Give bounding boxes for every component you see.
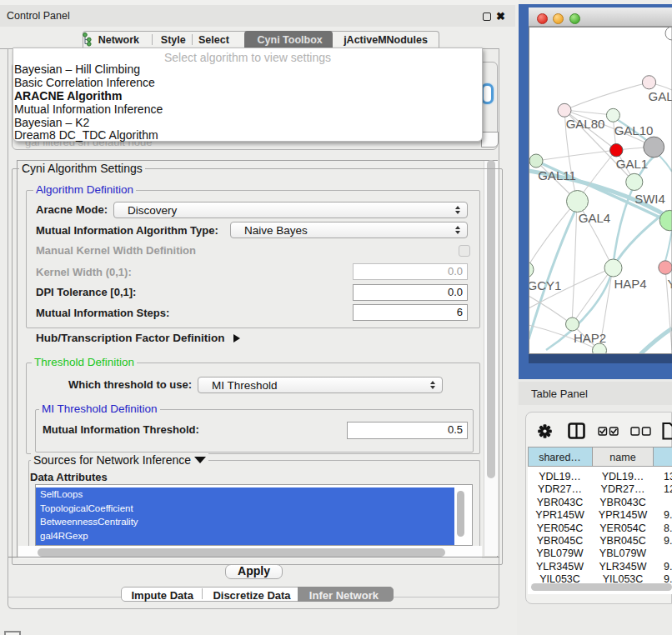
svg-text:GAL4: GAL4 [579,211,610,225]
svg-text:GCY1: GCY1 [529,278,561,292]
svg-text:GAL2: GAL2 [649,89,672,103]
svg-text:SWI4: SWI4 [634,192,665,206]
svg-text:HAP2: HAP2 [574,331,606,345]
svg-text:GAL11: GAL11 [538,168,576,182]
svg-text:GAL10: GAL10 [614,123,654,138]
svg-text:Y: Y [668,277,672,291]
svg-text:GAL1: GAL1 [616,157,648,171]
svg-text:HAP4: HAP4 [614,277,646,291]
svg-text:GAL80: GAL80 [566,117,605,131]
